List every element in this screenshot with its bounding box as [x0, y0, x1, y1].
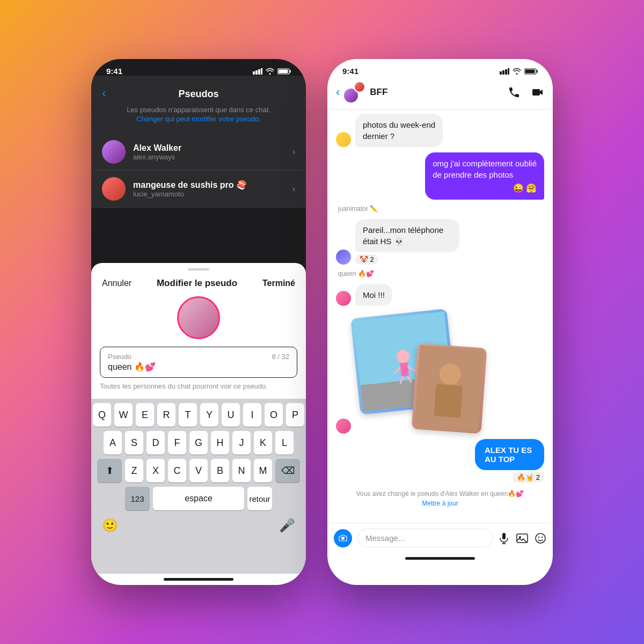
chat-header: ‹ BFF — [327, 76, 553, 109]
key-j[interactable]: J — [232, 431, 251, 455]
keyboard-row-1: Q W E R T Y U I O P — [93, 403, 304, 427]
right-phone: 9:41 ‹ BFF — [327, 59, 553, 585]
svg-rect-9 — [505, 69, 507, 75]
key-g[interactable]: G — [189, 431, 208, 455]
key-n[interactable]: N — [232, 459, 251, 482]
avatar-msg-3 — [336, 250, 351, 265]
key-r[interactable]: R — [157, 403, 175, 427]
msg-row-1: photos du week-enddernier ? — [336, 114, 544, 147]
key-e[interactable]: E — [136, 403, 154, 427]
system-link[interactable]: Mettre à jour — [336, 500, 544, 507]
key-q[interactable]: Q — [93, 403, 111, 427]
time-right: 9:41 — [342, 67, 358, 76]
pseudo-label: Pseudo — [108, 353, 289, 361]
keyboard: Q W E R T Y U I O P A S D F G H J K — [91, 399, 306, 574]
lucie-info: mangeuse de sushis pro 🍣 lucie_yamamoto — [133, 180, 292, 198]
key-s[interactable]: S — [125, 431, 143, 455]
left-phone: 9:41 ‹ Pseudos Les pseud — [91, 59, 306, 585]
svg-rect-10 — [508, 68, 509, 75]
sender-queen: queen 🔥💕 — [338, 270, 544, 277]
chat-actions — [508, 86, 544, 99]
key-return[interactable]: retour — [247, 487, 272, 510]
svg-rect-2 — [258, 69, 260, 75]
sheet-cancel-button[interactable]: Annuler — [102, 279, 131, 288]
sender-juanimator: juanimator ✏️ — [338, 205, 544, 213]
key-p[interactable]: P — [286, 403, 304, 427]
alex-name: Alex Walker — [133, 143, 292, 153]
person-row-lucie[interactable]: mangeuse de sushis pro 🍣 lucie_yamamoto … — [91, 171, 306, 208]
msg-row-photos — [336, 311, 544, 434]
key-backspace[interactable]: ⌫ — [275, 459, 300, 482]
sheet-header: Annuler Modifier le pseudo Terminé — [91, 270, 306, 296]
key-i[interactable]: I — [243, 403, 261, 427]
message-input[interactable]: Message... — [357, 529, 493, 547]
emoji-button[interactable]: 🙂 — [102, 518, 118, 533]
key-z[interactable]: Z — [125, 459, 143, 482]
key-m[interactable]: M — [254, 459, 272, 482]
svg-point-26 — [341, 537, 345, 540]
key-w[interactable]: W — [114, 403, 133, 427]
keyboard-row-3: ⬆ Z X C V B N M ⌫ — [93, 459, 304, 482]
mic-button[interactable]: 🎤 — [279, 518, 295, 533]
key-f[interactable]: F — [168, 431, 186, 455]
msg-row-alex: ALEX TU ES AU TOP 🔥🤘 2 — [336, 439, 544, 482]
pseudo-value[interactable]: queen 🔥💕 — [108, 362, 289, 372]
chat-back-button[interactable]: ‹ — [336, 85, 340, 99]
bubble-alex: ALEX TU ES AU TOP — [475, 439, 544, 470]
svg-rect-5 — [290, 70, 291, 72]
bubble-moi: Moi !!! — [355, 284, 392, 306]
key-space[interactable]: espace — [153, 487, 244, 510]
avatar-msg-4 — [336, 291, 351, 306]
system-message: Vous avez changé le pseudo d'Alex Walker… — [336, 488, 544, 507]
key-d[interactable]: D — [147, 431, 165, 455]
key-a[interactable]: A — [104, 431, 122, 455]
key-v[interactable]: V — [189, 459, 208, 482]
person-row-alex[interactable]: Alex Walker alex.anyways › — [91, 134, 306, 171]
chat-name: BFF — [370, 87, 508, 98]
camera-icon — [339, 534, 347, 543]
chat-input-bar: Message... — [327, 523, 553, 553]
signal-icon — [253, 68, 262, 75]
pseudos-subtitle: Les pseudos n'apparaissent que dans ce c… — [102, 105, 295, 115]
key-t[interactable]: T — [179, 403, 197, 427]
alex-chevron: › — [292, 147, 295, 157]
alex-message-group: ALEX TU ES AU TOP 🔥🤘 2 — [445, 439, 544, 482]
pseudo-char-count: 8 / 32 — [272, 353, 289, 361]
status-icons-left — [253, 68, 291, 75]
sheet-done-button[interactable]: Terminé — [262, 279, 295, 288]
key-l[interactable]: L — [275, 431, 294, 455]
phone-icon[interactable] — [508, 86, 521, 99]
key-123[interactable]: 123 — [125, 487, 150, 510]
bubble-alex-text: ALEX TU ES AU TOP — [485, 445, 532, 464]
signal-icon-right — [500, 68, 509, 75]
back-button-left[interactable]: ‹ — [102, 86, 106, 100]
input-actions — [498, 532, 546, 544]
bubble-pareil: Pareil...mon téléphone était HS 💀 — [355, 219, 459, 252]
mic-icon-right[interactable] — [498, 532, 510, 544]
svg-point-33 — [538, 536, 539, 537]
key-shift[interactable]: ⬆ — [97, 459, 122, 482]
photo-icon-right[interactable] — [516, 532, 528, 544]
pseudos-link[interactable]: Changer qui peut modifier votre pseudo. — [102, 115, 295, 123]
key-k[interactable]: K — [254, 431, 272, 455]
msg-row-3: Pareil...mon téléphone était HS 💀 🤡 2 — [336, 219, 544, 265]
bubble-forgot-text: omg j'ai complètement oubliéde prendre d… — [433, 159, 537, 179]
svg-rect-14 — [532, 89, 540, 96]
sticker-icon-right[interactable] — [535, 532, 546, 544]
svg-rect-1 — [255, 70, 258, 75]
svg-rect-7 — [500, 71, 502, 75]
camera-button[interactable] — [334, 529, 352, 547]
status-bar-left: 9:41 — [91, 59, 306, 76]
reaction-pareil: 🤡 2 — [355, 254, 378, 265]
key-u[interactable]: U — [222, 403, 240, 427]
key-c[interactable]: C — [168, 459, 186, 482]
svg-rect-27 — [502, 533, 506, 539]
lucie-username: lucie_yamamoto — [133, 190, 292, 198]
video-icon[interactable] — [531, 86, 544, 99]
key-b[interactable]: B — [211, 459, 229, 482]
key-o[interactable]: O — [265, 403, 283, 427]
key-h[interactable]: H — [211, 431, 229, 455]
key-x[interactable]: X — [147, 459, 165, 482]
pseudo-input-container[interactable]: Pseudo 8 / 32 queen 🔥💕 — [100, 347, 297, 378]
key-y[interactable]: Y — [200, 403, 218, 427]
